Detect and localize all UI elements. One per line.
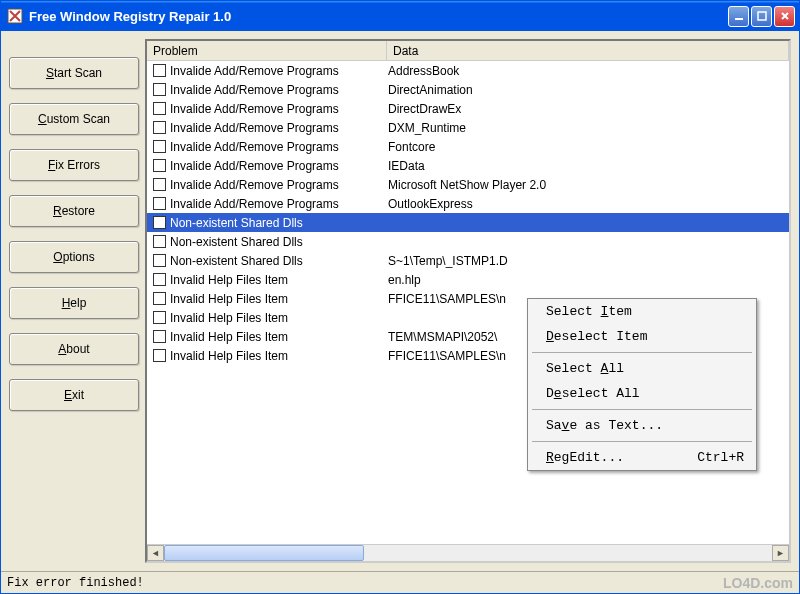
title-bar[interactable]: Free Window Registry Repair 1.0 [1, 1, 799, 31]
window-buttons [728, 6, 795, 27]
scroll-right-arrow-icon[interactable]: ► [772, 545, 789, 561]
menu-item-regedit-[interactable]: RegEdit...Ctrl+R [528, 445, 756, 470]
menu-item-label: Deselect All [546, 386, 640, 401]
maximize-button[interactable] [751, 6, 772, 27]
status-text: Fix error finished! [7, 576, 144, 590]
row-data: OutlookExpress [388, 197, 789, 211]
row-checkbox[interactable] [153, 83, 166, 96]
scroll-track[interactable] [164, 545, 772, 561]
body-area: Start ScanCustom ScanFix ErrorsRestoreOp… [1, 31, 799, 571]
row-data: IEData [388, 159, 789, 173]
row-problem: Invalid Help Files Item [170, 292, 388, 306]
row-data: Fontcore [388, 140, 789, 154]
row-problem: Non-existent Shared Dlls [170, 254, 388, 268]
column-header-data[interactable]: Data [387, 41, 789, 60]
menu-item-label: Select All [546, 361, 624, 376]
table-row[interactable]: Invalide Add/Remove ProgramsIEData [147, 156, 789, 175]
row-checkbox[interactable] [153, 273, 166, 286]
row-data: DXM_Runtime [388, 121, 789, 135]
results-list: Problem Data Invalide Add/Remove Program… [145, 39, 791, 563]
list-header[interactable]: Problem Data [147, 41, 789, 61]
row-checkbox[interactable] [153, 121, 166, 134]
sidebar-button-restore[interactable]: Restore [9, 195, 139, 227]
row-problem: Invalide Add/Remove Programs [170, 83, 388, 97]
app-window: Free Window Registry Repair 1.0 Start Sc… [0, 0, 800, 594]
scroll-left-arrow-icon[interactable]: ◄ [147, 545, 164, 561]
table-row[interactable]: Non-existent Shared Dlls [147, 232, 789, 251]
row-problem: Invalide Add/Remove Programs [170, 121, 388, 135]
row-problem: Non-existent Shared Dlls [170, 235, 388, 249]
row-checkbox[interactable] [153, 292, 166, 305]
row-data: Microsoft NetShow Player 2.0 [388, 178, 789, 192]
minimize-button[interactable] [728, 6, 749, 27]
table-row[interactable]: Invalide Add/Remove ProgramsDirectAnimat… [147, 80, 789, 99]
row-data: S~1\Temp\_ISTMP1.D [388, 254, 789, 268]
menu-separator [532, 441, 752, 442]
menu-item-select-item[interactable]: Select Item [528, 299, 756, 324]
table-row[interactable]: Invalide Add/Remove ProgramsOutlookExpre… [147, 194, 789, 213]
row-problem: Invalid Help Files Item [170, 273, 388, 287]
row-data: AddressBook [388, 64, 789, 78]
row-checkbox[interactable] [153, 349, 166, 362]
column-header-problem[interactable]: Problem [147, 41, 387, 60]
close-button[interactable] [774, 6, 795, 27]
app-icon [7, 8, 23, 24]
svg-rect-2 [758, 12, 766, 20]
row-data: DirectAnimation [388, 83, 789, 97]
row-problem: Invalide Add/Remove Programs [170, 178, 388, 192]
row-problem: Invalide Add/Remove Programs [170, 102, 388, 116]
menu-item-save-as-text-[interactable]: Save as Text... [528, 413, 756, 438]
menu-item-label: Save as Text... [546, 418, 663, 433]
status-bar: Fix error finished! LO4D.com [1, 571, 799, 593]
context-menu[interactable]: Select ItemDeselect ItemSelect AllDesele… [527, 298, 757, 471]
sidebar-button-about[interactable]: About [9, 333, 139, 365]
row-data: en.hlp [388, 273, 789, 287]
svg-rect-1 [735, 18, 743, 20]
row-checkbox[interactable] [153, 140, 166, 153]
row-checkbox[interactable] [153, 254, 166, 267]
sidebar-button-exit[interactable]: Exit [9, 379, 139, 411]
table-row[interactable]: Non-existent Shared Dlls [147, 213, 789, 232]
row-checkbox[interactable] [153, 64, 166, 77]
table-row[interactable]: Invalide Add/Remove ProgramsFontcore [147, 137, 789, 156]
row-checkbox[interactable] [153, 330, 166, 343]
row-data: DirectDrawEx [388, 102, 789, 116]
sidebar: Start ScanCustom ScanFix ErrorsRestoreOp… [9, 39, 139, 563]
table-row[interactable]: Invalide Add/Remove ProgramsAddressBook [147, 61, 789, 80]
row-problem: Invalide Add/Remove Programs [170, 197, 388, 211]
table-row[interactable]: Invalide Add/Remove ProgramsDirectDrawEx [147, 99, 789, 118]
row-problem: Non-existent Shared Dlls [170, 216, 388, 230]
sidebar-button-fix-errors[interactable]: Fix Errors [9, 149, 139, 181]
row-checkbox[interactable] [153, 216, 166, 229]
table-row[interactable]: Invalide Add/Remove ProgramsDXM_Runtime [147, 118, 789, 137]
row-problem: Invalide Add/Remove Programs [170, 159, 388, 173]
table-row[interactable]: Invalid Help Files Itemen.hlp [147, 270, 789, 289]
table-row[interactable]: Non-existent Shared DllsS~1\Temp\_ISTMP1… [147, 251, 789, 270]
menu-item-select-all[interactable]: Select All [528, 356, 756, 381]
row-checkbox[interactable] [153, 159, 166, 172]
menu-item-accelerator: Ctrl+R [697, 450, 744, 465]
sidebar-button-help[interactable]: Help [9, 287, 139, 319]
sidebar-button-custom-scan[interactable]: Custom Scan [9, 103, 139, 135]
menu-item-deselect-all[interactable]: Deselect All [528, 381, 756, 406]
row-problem: Invalide Add/Remove Programs [170, 140, 388, 154]
row-checkbox[interactable] [153, 197, 166, 210]
menu-item-label: Deselect Item [546, 329, 647, 344]
sidebar-button-options[interactable]: Options [9, 241, 139, 273]
watermark: LO4D.com [723, 575, 793, 591]
row-checkbox[interactable] [153, 311, 166, 324]
menu-separator [532, 409, 752, 410]
window-title: Free Window Registry Repair 1.0 [29, 9, 728, 24]
row-problem: Invalid Help Files Item [170, 311, 388, 325]
menu-item-deselect-item[interactable]: Deselect Item [528, 324, 756, 349]
sidebar-button-start-scan[interactable]: Start Scan [9, 57, 139, 89]
scroll-thumb[interactable] [164, 545, 364, 561]
row-checkbox[interactable] [153, 102, 166, 115]
table-row[interactable]: Invalide Add/Remove ProgramsMicrosoft Ne… [147, 175, 789, 194]
row-checkbox[interactable] [153, 178, 166, 191]
menu-item-label: Select Item [546, 304, 632, 319]
horizontal-scrollbar[interactable]: ◄ ► [147, 544, 789, 561]
row-problem: Invalid Help Files Item [170, 330, 388, 344]
menu-separator [532, 352, 752, 353]
row-checkbox[interactable] [153, 235, 166, 248]
